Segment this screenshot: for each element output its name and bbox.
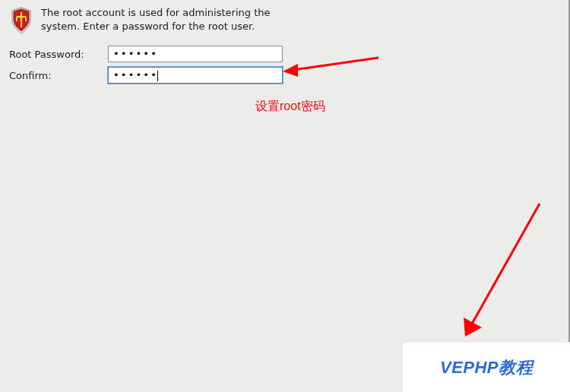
svg-line-3 [471,204,540,325]
header-row: The root account is used for administeri… [9,6,561,35]
svg-line-1 [293,58,378,70]
annotation-text: 设置root密码 [255,99,325,115]
watermark-text: VEPHP教程 [440,356,533,379]
confirm-password-input[interactable]: •••••• [108,67,283,84]
annotation-arrow-2-icon [456,200,547,346]
description-text: The root account is used for administeri… [41,6,284,33]
svg-marker-2 [283,64,298,77]
root-password-input[interactable]: •••••• [108,46,283,62]
password-value: •••••• [113,48,158,59]
root-shield-icon [9,6,33,35]
password-label: Root Password: [9,49,108,60]
confirm-label: Confirm: [9,70,108,81]
confirm-value: •••••• [113,69,158,81]
annotation-arrow-icon [280,52,386,84]
text-cursor [157,71,158,81]
svg-point-0 [20,15,23,18]
watermark-box: VEPHP教程 [403,343,570,392]
